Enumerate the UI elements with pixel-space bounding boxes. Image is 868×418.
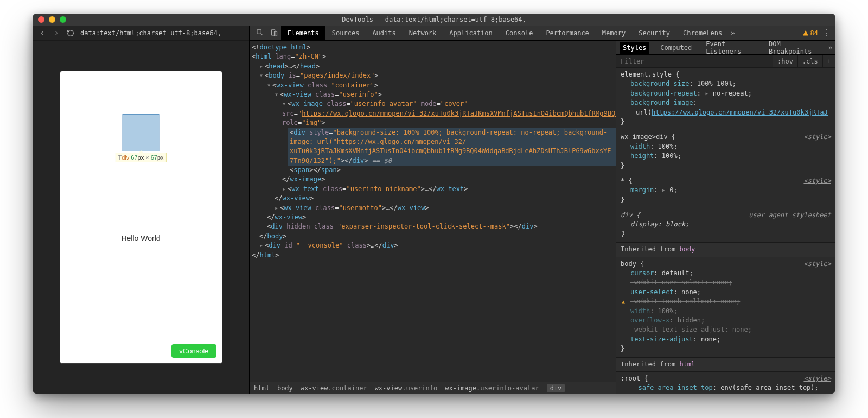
- tab-computed[interactable]: Computed: [657, 42, 695, 54]
- styles-tabs: Styles Computed Event Listeners DOM Brea…: [616, 41, 835, 55]
- rule-universal[interactable]: * {<style> margin: ▸ 0; }: [616, 174, 835, 208]
- maximize-icon[interactable]: [60, 16, 66, 23]
- caret-icon[interactable]: ▸: [259, 241, 265, 250]
- inherited-from-body: Inherited from body: [616, 243, 835, 257]
- device-toggle-icon[interactable]: [267, 27, 281, 39]
- crumb-container[interactable]: wx-view.container: [301, 384, 367, 392]
- hov-button[interactable]: :hov: [773, 55, 797, 67]
- forward-icon[interactable]: [52, 29, 61, 37]
- inspect-tip-unit2: px: [157, 154, 164, 161]
- styles-pane: Styles Computed Event Listeners DOM Brea…: [616, 41, 835, 394]
- device-stage: Tdiv 67px × 67px Hello World vConsole: [33, 41, 249, 394]
- css-rules[interactable]: element.style { background-size: 100% 10…: [616, 68, 835, 394]
- rule-source-link[interactable]: <style>: [803, 176, 831, 186]
- tab-application[interactable]: Application: [443, 26, 499, 40]
- bg-image-url-link[interactable]: https://wx.qlogo.cn/mmopen/vi_32/xuTu0k3…: [652, 109, 828, 116]
- inspect-tooltip: Tdiv 67px × 67px: [115, 153, 166, 162]
- elements-tree-pane: <!doctype html> <html lang="zh-CN"> ▸<he…: [250, 41, 616, 394]
- tab-sources[interactable]: Sources: [326, 26, 366, 40]
- inspect-tip-tag: div: [122, 154, 129, 161]
- dom-selected-node[interactable]: ⋯ <div style="background-size: 100% 100%…: [288, 128, 616, 166]
- preview-nav: data:text/html;charset=utf-8;base64,: [33, 26, 249, 41]
- tab-styles[interactable]: Styles: [620, 42, 649, 54]
- crumb-avatar[interactable]: wx-image.userinfo-avatar: [445, 384, 539, 392]
- rule-element-style[interactable]: element.style { background-size: 100% 10…: [616, 68, 835, 130]
- tab-audits[interactable]: Audits: [366, 26, 402, 40]
- warnings-badge[interactable]: 84: [802, 29, 818, 37]
- inspect-tip-h: 67: [151, 154, 157, 161]
- inspect-tip-w: 67: [131, 154, 137, 161]
- crumb-div[interactable]: div: [547, 384, 565, 392]
- warnings-count: 84: [810, 29, 818, 37]
- crumb-html[interactable]: html: [254, 384, 270, 392]
- warn-icon: ▲: [622, 298, 625, 306]
- tab-security[interactable]: Security: [632, 26, 676, 40]
- inspect-tip-prefix: T: [118, 154, 122, 161]
- preview-pane: data:text/html;charset=utf-8;base64, Tdi…: [33, 26, 250, 394]
- cls-button[interactable]: .cls: [797, 55, 822, 67]
- main-split: data:text/html;charset=utf-8;base64, Tdi…: [33, 26, 835, 394]
- breadcrumb[interactable]: html body wx-view.container wx-view.user…: [250, 382, 616, 394]
- tab-network[interactable]: Network: [403, 26, 443, 40]
- crumb-body[interactable]: body: [277, 384, 293, 392]
- settings-kebab-icon[interactable]: ⋮: [822, 28, 831, 38]
- rule-source-link[interactable]: <style>: [803, 374, 831, 383]
- rule-wx-image-div[interactable]: wx-image>div {<style> width: 100%; heigh…: [616, 130, 835, 174]
- reload-icon[interactable]: [66, 29, 75, 37]
- rule-div-ua[interactable]: div {user agent stylesheet display: bloc…: [616, 208, 835, 243]
- devtools-window: DevTools - data:text/html;charset=utf-8;…: [33, 14, 835, 394]
- caret-icon[interactable]: ▾: [267, 81, 272, 90]
- inspect-tip-times: ×: [145, 154, 149, 161]
- dom-src-url[interactable]: https://wx.qlogo.cn/mmopen/vi_32/xuTu0k3…: [302, 110, 616, 117]
- inspect-tip-unit1: px: [138, 154, 144, 161]
- preview-url[interactable]: data:text/html;charset=utf-8;base64,: [80, 29, 221, 37]
- tab-memory[interactable]: Memory: [596, 26, 632, 40]
- devtools-pane: Elements Sources Audits Network Applicat…: [250, 26, 835, 394]
- toolbar-right: 84 ⋮: [802, 28, 835, 38]
- rule-root[interactable]: :root {<style> --safe-area-inset-top: en…: [616, 372, 835, 394]
- tab-elements[interactable]: Elements: [281, 26, 326, 40]
- preview-hello-text: Hello World: [60, 234, 222, 243]
- dom-tree[interactable]: <!doctype html> <html lang="zh-CN"> ▸<he…: [250, 41, 616, 382]
- tab-console[interactable]: Console: [499, 26, 540, 40]
- titlebar: DevTools - data:text/html;charset=utf-8;…: [33, 14, 835, 26]
- inspect-element-icon[interactable]: [253, 27, 267, 39]
- devtools-body: <!doctype html> <html lang="zh-CN"> ▸<he…: [250, 41, 835, 394]
- close-icon[interactable]: [38, 16, 44, 23]
- caret-icon[interactable]: ▾: [282, 99, 288, 109]
- rule-source-link[interactable]: <style>: [803, 132, 831, 142]
- caret-icon[interactable]: ▾: [259, 71, 265, 80]
- styles-filter-row: :hov .cls +: [616, 55, 835, 68]
- window-title: DevTools - data:text/html;charset=utf-8;…: [33, 16, 835, 23]
- traffic-lights: [33, 16, 66, 23]
- tab-performance[interactable]: Performance: [539, 26, 595, 40]
- vconsole-button[interactable]: vConsole: [171, 344, 216, 358]
- caret-icon[interactable]: ▸: [282, 185, 288, 194]
- inherited-from-html: Inherited from html: [616, 358, 835, 372]
- caret-icon[interactable]: ▸: [259, 62, 265, 71]
- caret-icon[interactable]: ▸: [275, 204, 280, 213]
- back-icon[interactable]: [38, 29, 47, 37]
- styles-tabs-overflow-icon[interactable]: »: [828, 44, 832, 52]
- rule-source-link[interactable]: <style>: [803, 259, 831, 269]
- rule-body[interactable]: body {<style> cursor: default; -webkit-u…: [616, 257, 835, 358]
- styles-filter-input[interactable]: [616, 55, 773, 67]
- minimize-icon[interactable]: [49, 16, 55, 23]
- device-frame: Tdiv 67px × 67px Hello World vConsole: [60, 71, 222, 364]
- add-rule-button[interactable]: +: [822, 55, 835, 67]
- crumb-userinfo[interactable]: wx-view.userinfo: [375, 384, 438, 392]
- caret-icon[interactable]: ▾: [275, 90, 280, 99]
- inspect-highlight-box: [123, 115, 159, 151]
